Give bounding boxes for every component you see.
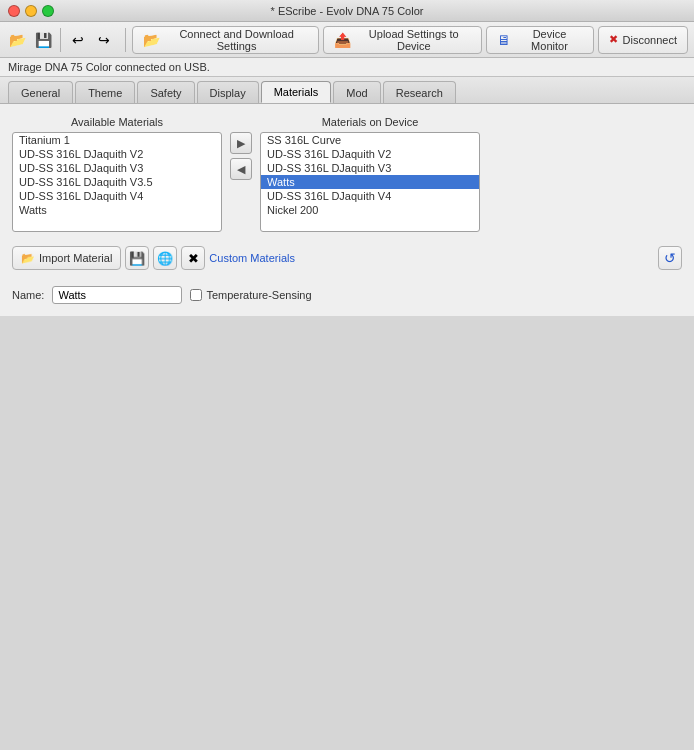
available-materials-label: Available Materials (12, 116, 222, 128)
list-item[interactable]: SS 316L Curve (261, 133, 479, 147)
device-materials-label: Materials on Device (260, 116, 480, 128)
upload-settings-label: Upload Settings to Device (356, 28, 471, 52)
device-monitor-label: Device Monitor (516, 28, 582, 52)
upload-icon: 📤 (334, 32, 351, 48)
transfer-buttons: ▶ ◀ (230, 116, 252, 180)
import-icon: 📂 (21, 252, 35, 265)
minimize-button[interactable] (25, 5, 37, 17)
list-item[interactable]: UD-SS 316L DJaquith V4 (261, 189, 479, 203)
custom-materials-link[interactable]: Custom Materials (209, 252, 295, 264)
refresh-icon: ↺ (664, 250, 676, 266)
disconnect-label: Disconnect (623, 34, 677, 46)
list-item[interactable]: Titanium 1 (13, 133, 221, 147)
window-controls[interactable] (8, 5, 54, 17)
tab-mod[interactable]: Mod (333, 81, 380, 103)
undo-icon-button[interactable]: ↩ (67, 29, 89, 51)
list-item-selected[interactable]: Watts (261, 175, 479, 189)
disconnect-button[interactable]: ✖ Disconnect (598, 26, 688, 54)
import-material-label: Import Material (39, 252, 112, 264)
redo-icon-button[interactable]: ↪ (93, 29, 115, 51)
save-material-button[interactable]: 💾 (125, 246, 149, 270)
close-button[interactable] (8, 5, 20, 17)
name-label: Name: (12, 289, 44, 301)
toolbar-divider-2 (125, 28, 126, 52)
list-item[interactable]: UD-SS 316L DJaquith V3 (13, 161, 221, 175)
disconnect-icon: ✖ (609, 33, 618, 46)
title-bar: * EScribe - Evolv DNA 75 Color (0, 0, 694, 22)
available-materials-list[interactable]: Titanium 1 UD-SS 316L DJaquith V2 UD-SS … (12, 132, 222, 232)
main-content: Available Materials Titanium 1 UD-SS 316… (0, 104, 694, 316)
status-bar: Mirage DNA 75 Color connected on USB. (0, 58, 694, 77)
save-icon: 💾 (129, 251, 145, 266)
monitor-icon: 🖥 (497, 32, 511, 48)
temperature-sensing-checkbox-label[interactable]: Temperature-Sensing (190, 289, 311, 301)
globe-icon: 🌐 (157, 251, 173, 266)
device-monitor-button[interactable]: 🖥 Device Monitor (486, 26, 593, 54)
status-message: Mirage DNA 75 Color connected on USB. (8, 61, 210, 73)
delete-button[interactable]: ✖ (181, 246, 205, 270)
actions-row: 📂 Import Material 💾 🌐 ✖ Custom Materials… (12, 246, 682, 270)
toolbar: 📂 💾 ↩ ↪ 📂 Connect and Download Settings … (0, 22, 694, 58)
open-icon-button[interactable]: 📂 (6, 29, 28, 51)
list-item[interactable]: Nickel 200 (261, 203, 479, 217)
list-item[interactable]: Watts (13, 203, 221, 217)
connect-download-button[interactable]: 📂 Connect and Download Settings (132, 26, 319, 54)
list-item[interactable]: UD-SS 316L DJaquith V2 (261, 147, 479, 161)
connect-icon: 📂 (143, 32, 160, 48)
connect-download-label: Connect and Download Settings (165, 28, 308, 52)
maximize-button[interactable] (42, 5, 54, 17)
delete-icon: ✖ (188, 251, 199, 266)
toolbar-divider-1 (60, 28, 61, 52)
save-icon-button[interactable]: 💾 (32, 29, 54, 51)
temperature-sensing-checkbox[interactable] (190, 289, 202, 301)
list-item[interactable]: UD-SS 316L DJaquith V2 (13, 147, 221, 161)
globe-button[interactable]: 🌐 (153, 246, 177, 270)
list-item[interactable]: UD-SS 316L DJaquith V4 (13, 189, 221, 203)
upload-settings-button[interactable]: 📤 Upload Settings to Device (323, 26, 482, 54)
transfer-right-button[interactable]: ▶ (230, 132, 252, 154)
available-materials-panel: Available Materials Titanium 1 UD-SS 316… (12, 116, 222, 232)
device-materials-panel: Materials on Device SS 316L Curve UD-SS … (260, 116, 480, 232)
tab-theme[interactable]: Theme (75, 81, 135, 103)
name-row: Name: Temperature-Sensing (12, 286, 682, 304)
tab-general[interactable]: General (8, 81, 73, 103)
name-input[interactable] (52, 286, 182, 304)
list-item[interactable]: UD-SS 316L DJaquith V3 (261, 161, 479, 175)
refresh-button[interactable]: ↺ (658, 246, 682, 270)
tab-display[interactable]: Display (197, 81, 259, 103)
device-materials-list[interactable]: SS 316L Curve UD-SS 316L DJaquith V2 UD-… (260, 132, 480, 232)
window-title: * EScribe - Evolv DNA 75 Color (271, 5, 424, 17)
import-material-button[interactable]: 📂 Import Material (12, 246, 121, 270)
toolbar-icons: 📂 💾 ↩ ↪ (6, 28, 115, 52)
tab-research[interactable]: Research (383, 81, 456, 103)
list-item[interactable]: UD-SS 316L DJaquith V3.5 (13, 175, 221, 189)
tab-materials[interactable]: Materials (261, 81, 332, 103)
tabs-bar: General Theme Safety Display Materials M… (0, 77, 694, 104)
materials-area: Available Materials Titanium 1 UD-SS 316… (12, 116, 682, 232)
transfer-left-button[interactable]: ◀ (230, 158, 252, 180)
tab-safety[interactable]: Safety (137, 81, 194, 103)
temperature-sensing-label: Temperature-Sensing (206, 289, 311, 301)
